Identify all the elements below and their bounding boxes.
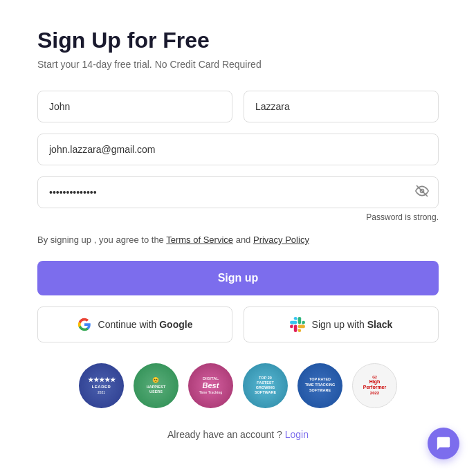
badge-fastest-growing: Top 20FastestGrowingSoftware — [243, 363, 288, 408]
badge-high-performer: G2 HighPerformer 2022 — [352, 363, 397, 408]
password-wrapper — [37, 176, 439, 208]
badge-leader: ★★★★★ Leader 2021 — [79, 363, 124, 408]
already-account-text: Already have an account ? Login — [37, 429, 439, 440]
password-strength-text: Password is strong. — [37, 212, 439, 222]
terms-of-service-link[interactable]: Terms of Service — [166, 235, 233, 245]
page-title: Sign Up for Free — [37, 28, 439, 53]
slack-icon — [290, 317, 305, 332]
login-link[interactable]: Login — [285, 429, 309, 440]
chat-icon — [436, 436, 451, 451]
chat-button[interactable] — [428, 428, 459, 459]
toggle-password-icon[interactable] — [415, 184, 429, 201]
google-button-text: Continue with Google — [98, 319, 193, 330]
terms-text: By signing up , you agree to the Terms o… — [37, 233, 439, 247]
last-name-group — [244, 91, 439, 122]
signup-button[interactable]: Sign up — [37, 261, 439, 295]
email-group — [37, 134, 439, 165]
last-name-input[interactable] — [244, 91, 439, 122]
first-name-input[interactable] — [37, 91, 232, 122]
badge-top-rated: Top RatedTime TrackingSoftware — [298, 363, 342, 408]
slack-button-text: Sign up with Slack — [312, 319, 393, 330]
signup-container: Sign Up for Free Start your 14-day free … — [37, 28, 439, 447]
name-row — [37, 91, 439, 122]
badge-happiest-users: 😊 HappiestUsers — [134, 363, 178, 408]
first-name-group — [37, 91, 232, 122]
email-input[interactable] — [37, 134, 439, 165]
password-input[interactable] — [37, 176, 439, 208]
password-group: Password is strong. — [37, 176, 439, 222]
badges-row: ★★★★★ Leader 2021 😊 HappiestUsers digita… — [37, 363, 439, 408]
google-icon — [77, 318, 91, 331]
badge-best: digital Best Time Tracking — [188, 363, 233, 408]
privacy-policy-link[interactable]: Privacy Policy — [253, 235, 309, 245]
social-row: Continue with Google Sign up with Slack — [37, 306, 439, 342]
google-signin-button[interactable]: Continue with Google — [37, 306, 232, 342]
slack-signin-button[interactable]: Sign up with Slack — [244, 306, 439, 342]
page-subtitle: Start your 14-day free trial. No Credit … — [37, 59, 439, 70]
